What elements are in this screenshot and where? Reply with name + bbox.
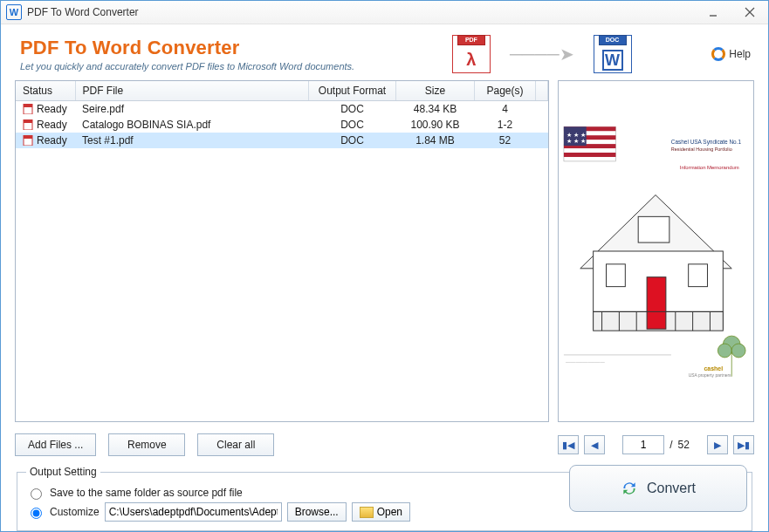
last-page-button[interactable]: ▶▮ xyxy=(733,435,754,454)
cell-file: Catalogo BOBINAS SIA.pdf xyxy=(75,117,309,133)
window-title: PDF To Word Converter xyxy=(27,6,139,18)
page-number-input[interactable] xyxy=(622,435,664,454)
open-label: Open xyxy=(377,506,402,518)
svg-rect-25 xyxy=(689,264,708,287)
cell-size: 48.34 KB xyxy=(396,101,475,117)
radio-customize[interactable] xyxy=(31,508,42,519)
cell-status: Ready xyxy=(16,101,75,117)
convert-wrap: Convert xyxy=(569,465,747,512)
page-total: 52 xyxy=(678,439,690,451)
preview-nav: ▮◀ ◀ /52 ▶ ▶▮ xyxy=(558,429,754,460)
svg-text:USA property partners: USA property partners xyxy=(689,373,731,378)
pdf-glyph: λ xyxy=(466,50,476,70)
file-buttons: Add Files ... Remove Clear all xyxy=(15,429,549,460)
minimize-button[interactable] xyxy=(695,1,731,24)
svg-point-36 xyxy=(718,344,731,358)
svg-text:cashel: cashel xyxy=(704,365,724,372)
radio-same-folder[interactable] xyxy=(31,488,42,500)
svg-text:Residential Housing Portfolio: Residential Housing Portfolio xyxy=(671,147,732,152)
svg-rect-8 xyxy=(24,135,32,139)
output-path-input[interactable] xyxy=(105,502,282,522)
col-status[interactable]: Status xyxy=(16,81,75,101)
header-text: PDF To Word Converter Let you quickly an… xyxy=(20,37,354,72)
format-icons: PDF λ ────➤ DOC W xyxy=(372,35,711,73)
cell-file: Test #1.pdf xyxy=(75,133,309,148)
radio-customize-label: Customize xyxy=(50,506,100,518)
radio-customize-row: Customize Browse... Open xyxy=(26,502,410,522)
next-page-button[interactable]: ▶ xyxy=(707,435,728,454)
col-format[interactable]: Output Format xyxy=(309,81,396,101)
cell-size: 1.84 MB xyxy=(396,133,475,148)
open-folder-button[interactable]: Open xyxy=(352,502,410,522)
convert-icon xyxy=(621,480,638,497)
cell-format: DOC xyxy=(309,101,396,117)
cell-pages: 1-2 xyxy=(475,117,536,133)
preview-pane: ★ ★ ★ ★ ★ ★ Cashel USA Syndicate No.1 Re… xyxy=(558,80,754,422)
convert-button[interactable]: Convert xyxy=(569,465,747,512)
doc-icon: DOC W xyxy=(594,35,632,73)
svg-rect-24 xyxy=(607,264,626,287)
doc-glyph: W xyxy=(602,50,623,71)
close-button[interactable] xyxy=(731,1,768,24)
file-table: Status PDF File Output Format Size Page(… xyxy=(15,80,549,422)
cell-size: 100.90 KB xyxy=(396,117,475,133)
col-file[interactable]: PDF File xyxy=(75,81,309,101)
cell-format: DOC xyxy=(309,117,396,133)
cell-pages: 52 xyxy=(475,133,536,148)
page-sep: / xyxy=(669,439,672,451)
app-subtitle: Let you quickly and accurately convert P… xyxy=(20,61,354,72)
table-row[interactable]: ReadySeire.pdfDOC48.34 KB4 xyxy=(16,101,548,117)
col-size[interactable]: Size xyxy=(396,81,475,101)
svg-rect-6 xyxy=(24,119,32,123)
col-pages[interactable]: Page(s) xyxy=(475,81,536,101)
header: PDF To Word Converter Let you quickly an… xyxy=(1,24,768,80)
left-column: Status PDF File Output Format Size Page(… xyxy=(15,80,549,460)
cell-format: DOC xyxy=(309,133,396,148)
radio-same-label: Save to the same folder as source pdf fi… xyxy=(50,487,243,499)
svg-text:Information Memorandum: Information Memorandum xyxy=(680,165,739,170)
folder-icon xyxy=(360,507,374,518)
table-row[interactable]: ReadyCatalogo BOBINAS SIA.pdfDOC100.90 K… xyxy=(16,117,548,133)
right-column: ★ ★ ★ ★ ★ ★ Cashel USA Syndicate No.1 Re… xyxy=(558,80,754,460)
add-files-button[interactable]: Add Files ... xyxy=(15,433,96,456)
table-header-row: Status PDF File Output Format Size Page(… xyxy=(16,81,548,101)
prev-page-button[interactable]: ◀ xyxy=(584,435,605,454)
remove-button[interactable]: Remove xyxy=(108,433,185,456)
help-label: Help xyxy=(729,48,751,60)
svg-rect-4 xyxy=(24,104,32,107)
main-area: Status PDF File Output Format Size Page(… xyxy=(1,80,768,460)
output-legend: Output Setting xyxy=(26,466,100,478)
svg-rect-23 xyxy=(647,277,666,329)
cell-pages: 4 xyxy=(475,101,536,117)
svg-text:Cashel USA Syndicate No.1: Cashel USA Syndicate No.1 xyxy=(671,139,742,146)
col-spacer xyxy=(536,81,548,101)
pdf-icon: PDF λ xyxy=(452,35,491,73)
svg-rect-13 xyxy=(564,153,615,157)
browse-button[interactable]: Browse... xyxy=(287,502,347,522)
app-window: W PDF To Word Converter PDF To Word Conv… xyxy=(0,0,769,532)
app-title: PDF To Word Converter xyxy=(20,37,354,59)
svg-point-37 xyxy=(731,344,745,358)
svg-text:★ ★ ★: ★ ★ ★ xyxy=(566,138,586,144)
help-link[interactable]: Help xyxy=(711,47,751,61)
convert-label: Convert xyxy=(647,481,696,496)
svg-text:────────────────: ──────────────── xyxy=(565,360,605,365)
pdf-tab-label: PDF xyxy=(457,35,485,45)
first-page-button[interactable]: ▮◀ xyxy=(558,435,579,454)
table-row[interactable]: ReadyTest #1.pdfDOC1.84 MB52 xyxy=(16,133,548,148)
app-icon: W xyxy=(6,4,22,20)
help-icon xyxy=(711,47,725,61)
svg-text:★ ★ ★: ★ ★ ★ xyxy=(566,132,586,138)
arrow-icon: ────➤ xyxy=(510,44,574,65)
preview-thumbnail: ★ ★ ★ ★ ★ ★ Cashel USA Syndicate No.1 Re… xyxy=(559,81,753,421)
doc-tab-label: DOC xyxy=(599,35,627,45)
window-buttons xyxy=(695,1,768,24)
cell-status: Ready xyxy=(16,117,75,133)
svg-rect-26 xyxy=(638,216,669,242)
cell-status: Ready xyxy=(16,133,75,148)
clear-all-button[interactable]: Clear all xyxy=(197,433,274,456)
titlebar: W PDF To Word Converter xyxy=(1,1,768,24)
cell-file: Seire.pdf xyxy=(75,101,309,117)
